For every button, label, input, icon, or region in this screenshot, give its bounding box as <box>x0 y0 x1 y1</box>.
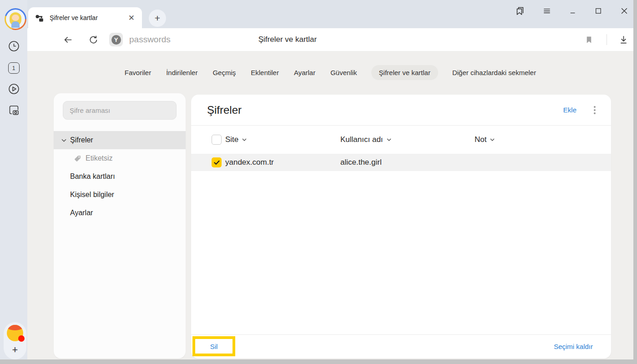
toolbar-page-title: Şifreler ve kartlar <box>258 28 317 51</box>
table-row[interactable]: yandex.com.tr alice.the.girl <box>191 154 611 171</box>
sort-chevron-icon <box>387 138 391 141</box>
play-media-icon[interactable] <box>0 83 27 95</box>
address-text: passwords <box>129 35 171 45</box>
screenshot-icon[interactable] <box>0 104 27 116</box>
sidebar-item-etiketsiz[interactable]: Etiketsiz <box>54 149 186 167</box>
close-window-icon[interactable] <box>620 6 629 15</box>
password-search-input[interactable] <box>63 101 177 120</box>
panel-title: Şifreler <box>207 104 563 116</box>
yandex-badge-icon: Y <box>111 35 121 45</box>
menu-icon[interactable] <box>542 6 551 15</box>
back-icon[interactable] <box>63 28 73 51</box>
nav-tab-diger-cihazlar[interactable]: Diğer cihazlardaki sekmeler <box>451 65 537 80</box>
downloads-icon[interactable] <box>618 28 629 51</box>
row-username: alice.the.girl <box>340 154 382 171</box>
sidebar-item-ayarlar[interactable]: Ayarlar <box>54 204 186 222</box>
nav-tab-gecmis[interactable]: Geçmiş <box>212 65 237 80</box>
tabs-counter-icon[interactable]: 1 <box>0 62 27 74</box>
tab-title: Şifreler ve kartlar <box>50 14 127 21</box>
browser-window: 1 + <box>0 0 637 364</box>
table-header-row: Site Kullanıcı adı Not <box>191 126 611 154</box>
browser-tab[interactable]: Şifreler ve kartlar ✕ <box>28 7 142 28</box>
sidebar-item-kisisel-bilgiler[interactable]: Kişisel bilgiler <box>54 186 186 204</box>
window-frame-bottom <box>0 359 637 364</box>
column-header-site[interactable]: Site <box>225 126 247 154</box>
nav-tab-eklentiler[interactable]: Eklentiler <box>250 65 280 80</box>
delete-button[interactable]: Sil <box>210 343 218 350</box>
sidebar-item-sifreler[interactable]: Şifreler <box>54 131 186 149</box>
history-icon[interactable] <box>0 40 27 52</box>
window-frame-right <box>633 0 637 364</box>
address-bar[interactable]: passwords <box>129 28 171 51</box>
nav-tab-favoriler[interactable]: Favoriler <box>124 65 152 80</box>
toolbar: Y passwords Şifreler ve kartlar <box>27 28 637 51</box>
footer-divider <box>191 334 611 335</box>
select-all-checkbox[interactable] <box>212 135 222 145</box>
clear-selection-link[interactable]: Seçimi kaldır <box>554 343 593 350</box>
sort-chevron-icon <box>490 138 495 141</box>
maximize-icon[interactable] <box>594 7 602 15</box>
row-site: yandex.com.tr <box>225 154 274 171</box>
rail-bottom-pill: + <box>4 322 26 359</box>
refresh-icon[interactable] <box>88 28 99 51</box>
nav-tab-ayarlar[interactable]: Ayarlar <box>293 65 316 80</box>
add-password-link[interactable]: Ekle <box>563 106 576 114</box>
checkmark-icon <box>214 160 220 165</box>
sidebar-item-banka-kartlari[interactable]: Banka kartları <box>54 167 186 186</box>
bookmark-icon[interactable] <box>585 28 593 51</box>
content-area: Favoriler İndirilenler Geçmiş Eklentiler… <box>27 51 633 359</box>
nav-tab-sifreler-ve-kartlar-active[interactable]: Şifreler ve kartlar <box>371 65 438 80</box>
settings-nav-tabs: Favoriler İndirilenler Geçmiş Eklentiler… <box>27 64 633 81</box>
passwords-main-panel: Şifreler Ekle Site Kullanıcı adı Not <box>191 95 611 359</box>
tab-bar: Şifreler ve kartlar ✕ + <box>27 0 637 28</box>
tab-panels-icon[interactable] <box>514 5 525 16</box>
notification-dot <box>18 335 25 342</box>
avatar-image <box>6 10 25 29</box>
yandex-mail-icon[interactable] <box>7 325 23 341</box>
row-checkbox-checked[interactable] <box>212 157 222 167</box>
column-header-username[interactable]: Kullanıcı adı <box>340 126 391 154</box>
avatar[interactable] <box>5 8 26 30</box>
site-badge[interactable]: Y <box>109 28 123 51</box>
add-panel-icon[interactable]: + <box>12 345 18 355</box>
more-options-icon[interactable] <box>594 106 596 114</box>
nav-tab-guvenlik[interactable]: Güvenlik <box>329 65 358 80</box>
chevron-down-icon <box>61 139 66 142</box>
delete-button-highlight: Sil <box>192 336 235 356</box>
tab-close-icon[interactable]: ✕ <box>127 13 136 23</box>
nav-tab-indirilenler[interactable]: İndirilenler <box>165 65 198 80</box>
passwords-key-icon <box>35 13 44 23</box>
sort-chevron-icon <box>242 138 247 141</box>
toolbar-separator <box>607 28 607 51</box>
minimize-icon[interactable] <box>569 7 577 15</box>
passwords-sidebar: Şifreler Etiketsiz Banka kartları Kişi <box>54 93 186 359</box>
tag-icon <box>74 155 81 162</box>
new-tab-button[interactable]: + <box>149 10 166 27</box>
left-sidebar-rail: 1 + <box>0 0 27 359</box>
column-header-note[interactable]: Not <box>475 126 495 154</box>
tab-count: 1 <box>12 65 15 71</box>
